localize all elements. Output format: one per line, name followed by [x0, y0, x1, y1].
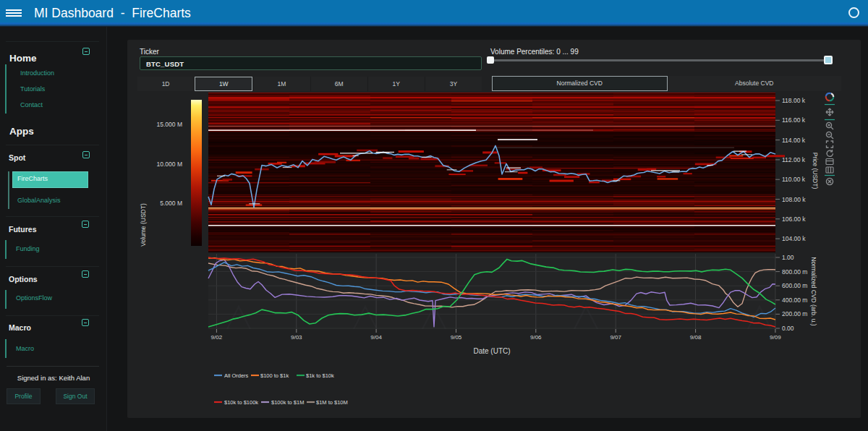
- svg-text:15.000 M: 15.000 M: [157, 121, 182, 128]
- svg-text:118.00 k: 118.00 k: [782, 97, 806, 104]
- svg-text:Date (UTC): Date (UTC): [473, 347, 510, 355]
- svg-text:9/06: 9/06: [530, 334, 542, 341]
- svg-text:106.00 k: 106.00 k: [782, 216, 806, 223]
- svg-text:10.000 M: 10.000 M: [157, 161, 182, 168]
- svg-text:0.00: 0.00: [782, 325, 794, 332]
- svg-text:All Orders: All Orders: [224, 372, 249, 379]
- svg-text:9/04: 9/04: [370, 334, 382, 341]
- svg-text:9/02: 9/02: [211, 334, 223, 341]
- svg-text:$100k to $1M: $100k to $1M: [271, 399, 304, 406]
- svg-text:200.00 m: 200.00 m: [782, 310, 807, 317]
- svg-text:114.00 k: 114.00 k: [782, 137, 806, 144]
- svg-text:1.00: 1.00: [782, 254, 794, 261]
- svg-text:$10k to $100k: $10k to $100k: [224, 399, 258, 406]
- svg-text:Price (USDT): Price (USDT): [812, 153, 819, 189]
- svg-text:9/08: 9/08: [690, 334, 702, 341]
- svg-text:$1k to $10k: $1k to $10k: [306, 372, 334, 379]
- svg-text:108.00 k: 108.00 k: [782, 196, 806, 203]
- svg-text:$100 to $1k: $100 to $1k: [260, 372, 289, 379]
- svg-text:800.00 m: 800.00 m: [782, 268, 807, 276]
- svg-text:5.000 M: 5.000 M: [160, 200, 182, 207]
- svg-text:$1M to $10M: $1M to $10M: [316, 399, 348, 406]
- svg-text:9/07: 9/07: [610, 334, 621, 341]
- svg-text:9/05: 9/05: [451, 334, 462, 341]
- svg-text:Volume (USDT): Volume (USDT): [140, 203, 147, 247]
- svg-text:116.00 k: 116.00 k: [782, 116, 806, 124]
- svg-text:9/09: 9/09: [770, 334, 781, 341]
- svg-text:104.00 k: 104.00 k: [782, 235, 806, 242]
- svg-text:600.00 m: 600.00 m: [782, 282, 807, 289]
- svg-text:9/03: 9/03: [291, 334, 302, 341]
- svg-text:110.00 k: 110.00 k: [782, 176, 806, 183]
- svg-text:400.00 m: 400.00 m: [782, 296, 807, 304]
- svg-text:Normalized CVD (arb. u.): Normalized CVD (arb. u.): [810, 257, 817, 326]
- svg-text:112.00 k: 112.00 k: [782, 156, 806, 163]
